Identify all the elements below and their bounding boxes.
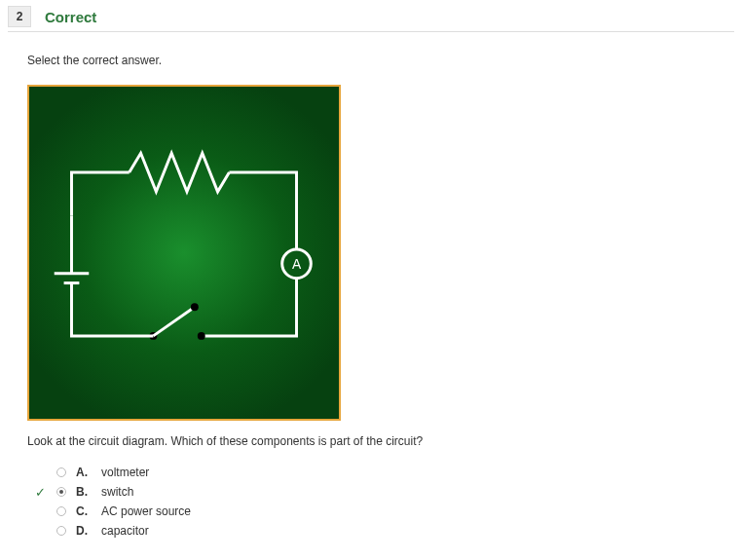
answer-text: AC power source xyxy=(101,504,191,518)
question-content: Select the correct answer. A xyxy=(0,32,742,560)
circuit-svg: A xyxy=(33,91,335,415)
status-label: Correct xyxy=(45,9,96,25)
radio-icon xyxy=(56,487,66,497)
checkmark-icon: ✓ xyxy=(35,486,46,499)
ammeter-label: A xyxy=(292,256,302,272)
svg-point-4 xyxy=(191,303,199,311)
answer-letter: D. xyxy=(76,524,92,538)
answer-option-a[interactable]: A. voltmeter xyxy=(33,466,715,479)
answer-letter: A. xyxy=(76,466,92,479)
circuit-diagram: A xyxy=(27,85,341,421)
correct-mark-slot: ✓ xyxy=(33,486,47,499)
question-header: 2 Correct xyxy=(8,6,734,32)
answer-list: A. voltmeter ✓ B. switch C. AC power sou… xyxy=(27,466,715,538)
svg-line-3 xyxy=(153,307,194,336)
radio-icon xyxy=(56,526,66,536)
question-number: 2 xyxy=(17,10,23,23)
instruction-text: Select the correct answer. xyxy=(27,54,715,67)
answer-text: voltmeter xyxy=(101,466,149,479)
question-text: Look at the circuit diagram. Which of th… xyxy=(27,434,715,448)
answer-letter: C. xyxy=(76,504,92,518)
svg-point-1 xyxy=(198,332,205,340)
answer-text: capacitor xyxy=(101,524,149,538)
answer-option-c[interactable]: C. AC power source xyxy=(33,504,715,518)
question-number-badge: 2 xyxy=(8,6,31,27)
answer-text: switch xyxy=(101,485,133,499)
answer-option-b[interactable]: ✓ B. switch xyxy=(33,485,715,499)
radio-icon xyxy=(56,467,66,477)
answer-letter: B. xyxy=(76,485,92,499)
radio-icon xyxy=(56,506,66,516)
answer-option-d[interactable]: D. capacitor xyxy=(33,524,715,538)
